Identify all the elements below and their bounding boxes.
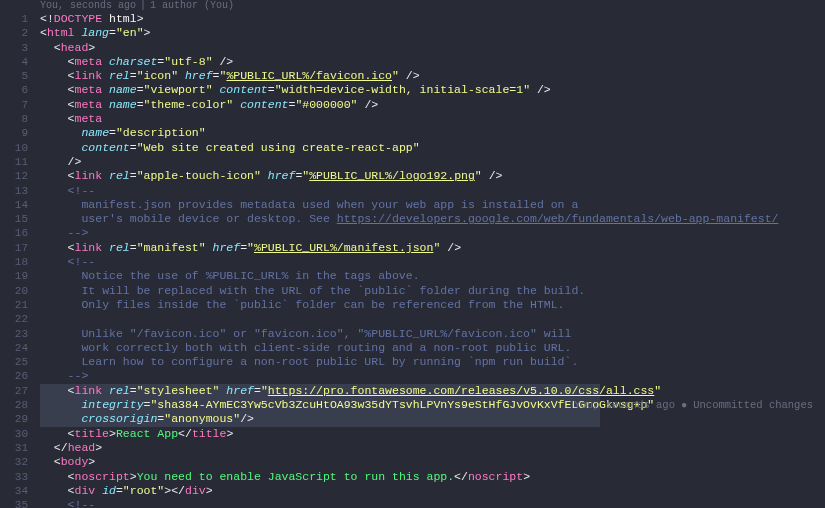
code-content[interactable]: --> bbox=[40, 226, 825, 240]
code-line[interactable]: 2<html lang="en"> bbox=[0, 26, 825, 40]
line-number[interactable]: 19 bbox=[0, 269, 40, 283]
code-content[interactable]: manifest.json provides metadata used whe… bbox=[40, 198, 825, 212]
code-line[interactable]: 31 </head> bbox=[0, 441, 825, 455]
code-line[interactable]: 27 <link rel="stylesheet" href="https://… bbox=[0, 384, 825, 398]
code-line[interactable]: 18 <!-- bbox=[0, 255, 825, 269]
code-content[interactable]: <html lang="en"> bbox=[40, 26, 825, 40]
code-line[interactable]: 30 <title>React App</title> bbox=[0, 427, 825, 441]
code-content[interactable]: </head> bbox=[40, 441, 825, 455]
line-number[interactable]: 23 bbox=[0, 327, 40, 341]
code-line[interactable]: 8 <meta bbox=[0, 112, 825, 126]
code-line[interactable]: 14 manifest.json provides metadata used … bbox=[0, 198, 825, 212]
code-line[interactable]: 6 <meta name="viewport" content="width=d… bbox=[0, 83, 825, 97]
line-number[interactable]: 25 bbox=[0, 355, 40, 369]
code-content[interactable]: <meta name="viewport" content="width=dev… bbox=[40, 83, 825, 97]
code-content[interactable]: Only files inside the `public` folder ca… bbox=[40, 298, 825, 312]
line-number[interactable]: 30 bbox=[0, 427, 40, 441]
code-content[interactable]: <div id="root"></div> bbox=[40, 484, 825, 498]
code-content[interactable]: Learn how to configure a non-root public… bbox=[40, 355, 825, 369]
line-number[interactable]: 12 bbox=[0, 169, 40, 183]
line-number[interactable]: 10 bbox=[0, 141, 40, 155]
code-line[interactable]: 32 <body> bbox=[0, 455, 825, 469]
line-number[interactable]: 26 bbox=[0, 369, 40, 383]
code-content[interactable]: user's mobile device or desktop. See htt… bbox=[40, 212, 825, 226]
code-content[interactable]: <!DOCTYPE html> bbox=[40, 12, 825, 26]
code-line[interactable]: 24 work correctly both with client-side … bbox=[0, 341, 825, 355]
line-number[interactable]: 13 bbox=[0, 184, 40, 198]
code-line[interactable]: 16 --> bbox=[0, 226, 825, 240]
line-number[interactable]: 3 bbox=[0, 41, 40, 55]
line-number[interactable]: 15 bbox=[0, 212, 40, 226]
line-number[interactable]: 1 bbox=[0, 12, 40, 26]
code-line[interactable]: 9 name="description" bbox=[0, 126, 825, 140]
line-number[interactable]: 31 bbox=[0, 441, 40, 455]
code-line[interactable]: 1<!DOCTYPE html> bbox=[0, 12, 825, 26]
code-content[interactable]: content="Web site created using create-r… bbox=[40, 141, 825, 155]
code-line[interactable]: 10 content="Web site created using creat… bbox=[0, 141, 825, 155]
code-content[interactable]: <link rel="icon" href="%PUBLIC_URL%/favi… bbox=[40, 69, 825, 83]
line-number[interactable]: 11 bbox=[0, 155, 40, 169]
code-content[interactable]: name="description" bbox=[40, 126, 825, 140]
code-line[interactable]: 33 <noscript>You need to enable JavaScri… bbox=[0, 470, 825, 484]
code-content[interactable]: --> bbox=[40, 369, 825, 383]
code-line[interactable]: 11 /> bbox=[0, 155, 825, 169]
code-line[interactable]: 26 --> bbox=[0, 369, 825, 383]
code-content[interactable]: <link rel="stylesheet" href="https://pro… bbox=[40, 384, 825, 398]
code-content[interactable]: <head> bbox=[40, 41, 825, 55]
line-number[interactable]: 28 bbox=[0, 398, 40, 412]
code-content[interactable]: <link rel="manifest" href="%PUBLIC_URL%/… bbox=[40, 241, 825, 255]
code-line[interactable]: 7 <meta name="theme-color" content="#000… bbox=[0, 98, 825, 112]
line-number[interactable]: 24 bbox=[0, 341, 40, 355]
code-content[interactable]: <noscript>You need to enable JavaScript … bbox=[40, 470, 825, 484]
code-content[interactable]: It will be replaced with the URL of the … bbox=[40, 284, 825, 298]
code-content[interactable]: <meta charset="utf-8" /> bbox=[40, 55, 825, 69]
line-number[interactable]: 29 bbox=[0, 412, 40, 426]
code-line[interactable]: 29 crossorigin="anonymous"/> bbox=[0, 412, 825, 426]
line-number[interactable]: 17 bbox=[0, 241, 40, 255]
line-number[interactable]: 6 bbox=[0, 83, 40, 97]
line-number[interactable]: 32 bbox=[0, 455, 40, 469]
code-line[interactable]: 34 <div id="root"></div> bbox=[0, 484, 825, 498]
line-number[interactable]: 22 bbox=[0, 312, 40, 326]
line-number[interactable]: 27 bbox=[0, 384, 40, 398]
code-line[interactable]: 4 <meta charset="utf-8" /> bbox=[0, 55, 825, 69]
code-content[interactable]: <meta name="theme-color" content="#00000… bbox=[40, 98, 825, 112]
code-line[interactable]: 23 Unlike "/favicon.ico" or "favicon.ico… bbox=[0, 327, 825, 341]
line-number[interactable]: 4 bbox=[0, 55, 40, 69]
code-content[interactable]: <!-- bbox=[40, 184, 825, 198]
line-number[interactable]: 5 bbox=[0, 69, 40, 83]
code-line[interactable]: 19 Notice the use of %PUBLIC_URL% in the… bbox=[0, 269, 825, 283]
code-content[interactable] bbox=[40, 312, 825, 326]
code-line[interactable]: 5 <link rel="icon" href="%PUBLIC_URL%/fa… bbox=[0, 69, 825, 83]
code-line[interactable]: 22 bbox=[0, 312, 825, 326]
code-line[interactable]: 25 Learn how to configure a non-root pub… bbox=[0, 355, 825, 369]
code-content[interactable]: /> bbox=[40, 155, 825, 169]
code-editor[interactable]: You, seconds ago|1 author (You)1<!DOCTYP… bbox=[0, 0, 825, 508]
code-line[interactable]: 3 <head> bbox=[0, 41, 825, 55]
line-number[interactable]: 14 bbox=[0, 198, 40, 212]
line-number[interactable]: 20 bbox=[0, 284, 40, 298]
code-line[interactable]: 20 It will be replaced with the URL of t… bbox=[0, 284, 825, 298]
line-number[interactable]: 35 bbox=[0, 498, 40, 508]
code-line[interactable]: 21 Only files inside the `public` folder… bbox=[0, 298, 825, 312]
code-line[interactable]: 17 <link rel="manifest" href="%PUBLIC_UR… bbox=[0, 241, 825, 255]
line-number[interactable]: 8 bbox=[0, 112, 40, 126]
code-content[interactable]: <body> bbox=[40, 455, 825, 469]
line-number[interactable]: 2 bbox=[0, 26, 40, 40]
line-number[interactable]: 34 bbox=[0, 484, 40, 498]
code-content[interactable]: <link rel="apple-touch-icon" href="%PUBL… bbox=[40, 169, 825, 183]
code-content[interactable]: <!-- bbox=[40, 498, 825, 508]
code-content[interactable]: Unlike "/favicon.ico" or "favicon.ico", … bbox=[40, 327, 825, 341]
code-content[interactable]: <title>React App</title> bbox=[40, 427, 825, 441]
code-content[interactable]: <!-- bbox=[40, 255, 825, 269]
code-line[interactable]: 12 <link rel="apple-touch-icon" href="%P… bbox=[0, 169, 825, 183]
line-number[interactable]: 18 bbox=[0, 255, 40, 269]
line-number[interactable]: 16 bbox=[0, 226, 40, 240]
code-content[interactable]: <meta bbox=[40, 112, 825, 126]
code-content[interactable]: work correctly both with client-side rou… bbox=[40, 341, 825, 355]
line-number[interactable]: 21 bbox=[0, 298, 40, 312]
line-number[interactable]: 9 bbox=[0, 126, 40, 140]
code-content[interactable]: Notice the use of %PUBLIC_URL% in the ta… bbox=[40, 269, 825, 283]
code-content[interactable]: crossorigin="anonymous"/> bbox=[40, 412, 825, 426]
code-line[interactable]: 15 user's mobile device or desktop. See … bbox=[0, 212, 825, 226]
